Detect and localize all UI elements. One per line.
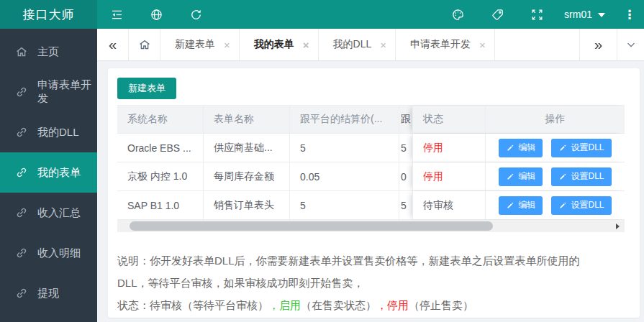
status-legend-pending: 状态：待审核（等待平台审核） <box>117 299 268 311</box>
fixed-columns: 停用 编辑 设置DLL <box>412 134 625 162</box>
edit-button[interactable]: 编辑 <box>499 196 543 215</box>
cell-system-name: SAP B1 1.0 <box>117 191 204 219</box>
cell-form-name: 销售订单表头 <box>204 191 290 219</box>
user-menu[interactable]: srm01 <box>557 0 615 29</box>
tab-label: 新建表单 <box>175 38 215 51</box>
username: srm01 <box>564 9 592 20</box>
cell-price: 5 <box>290 134 399 162</box>
tabbar-spacer <box>495 29 579 60</box>
link-icon <box>15 247 28 259</box>
sidebar-item-withdraw[interactable]: 提现 <box>0 273 97 313</box>
palette-icon[interactable] <box>438 0 478 29</box>
globe-icon[interactable] <box>137 0 176 29</box>
description-text: 说明：你开发好表单DLL后，你需要新建表单并设置售卖价格等，新建表单之后设置表单… <box>117 249 625 316</box>
cell-clipped: 5 <box>399 191 412 219</box>
sidebar-item-income-summary[interactable]: 收入汇总 <box>0 193 97 233</box>
forms-table: 系统名称 表单名称 跟平台的结算价(... 跟 状态 操作 Oracle EBS… <box>117 105 625 232</box>
tab-my-dll[interactable]: 我的DLL × <box>319 29 396 60</box>
column-header-clipped: 跟 <box>399 106 412 133</box>
description-line-2: DLL，等待平台审核，如果审核成功即刻开始售卖， <box>117 272 625 294</box>
triangle-right-icon <box>616 224 620 229</box>
link-icon <box>15 287 28 300</box>
pencil-icon <box>506 201 514 210</box>
close-icon[interactable]: × <box>479 40 486 50</box>
status-badge: 待审核 <box>412 191 486 219</box>
set-dll-button[interactable]: 设置DLL <box>551 196 611 215</box>
set-dll-button[interactable]: 设置DLL <box>551 167 611 186</box>
sidebar-item-apply-form-dev[interactable]: 申请表单开发 <box>0 72 97 112</box>
caret-down-icon <box>598 13 605 17</box>
collapse-menu-icon[interactable] <box>97 0 137 29</box>
table-row: 京极 内控 1.0 每周库存金额 0.05 0 停用 编辑 <box>117 162 625 191</box>
column-header-system-name: 系统名称 <box>117 106 204 133</box>
home-tab-button[interactable] <box>129 29 160 60</box>
cell-price: 5 <box>290 191 399 219</box>
refresh-icon[interactable] <box>176 0 216 29</box>
table-row: Oracle EBS ... 供应商基础... 5 5 停用 编辑 <box>117 134 625 162</box>
pencil-icon <box>558 144 567 152</box>
app-header: 接口大师 srm01 ⋮ <box>0 0 644 29</box>
table-header-row: 系统名称 表单名称 跟平台的结算价(... 跟 状态 操作 <box>117 105 625 134</box>
status-badge: 停用 <box>412 134 486 162</box>
close-icon[interactable]: × <box>380 40 386 50</box>
link-icon <box>15 166 28 179</box>
edit-button[interactable]: 编辑 <box>499 167 543 186</box>
tab-bar: « 新建表单 × 我的表单 × 我的DLL × 申请表单开发 × » <box>97 29 644 61</box>
tab-apply-form-dev[interactable]: 申请表单开发 × <box>396 29 495 60</box>
edit-button[interactable]: 编辑 <box>499 139 543 157</box>
status-legend-enabled: ，启用 <box>268 299 301 311</box>
status-legend-disabled: ，停用 <box>376 299 409 311</box>
tab-label: 我的DLL <box>333 38 372 51</box>
tab-label: 我的表单 <box>254 38 294 51</box>
cell-clipped: 5 <box>399 134 412 162</box>
cell-system-name: 京极 内控 1.0 <box>117 162 204 190</box>
close-icon[interactable]: × <box>303 40 309 50</box>
tab-new-form[interactable]: 新建表单 × <box>160 29 240 60</box>
sidebar-item-label: 主页 <box>37 45 59 59</box>
new-form-button[interactable]: 新建表单 <box>117 78 176 99</box>
sidebar-item-income-detail[interactable]: 收入明细 <box>0 233 97 273</box>
sidebar-item-home[interactable]: 主页 <box>0 32 97 72</box>
scrollbar-thumb[interactable] <box>130 221 493 231</box>
chevron-down-icon <box>625 38 638 51</box>
tabs-scroll-right-button[interactable]: » <box>579 29 617 60</box>
column-header-settlement-price: 跟平台的结算价(... <box>290 106 399 133</box>
more-options-icon[interactable]: ⋮ <box>615 0 644 29</box>
description-line-3: 状态：待审核（等待平台审核），启用（在售卖状态），停用（停止售卖） <box>117 294 625 316</box>
home-icon <box>138 38 151 51</box>
pencil-icon <box>558 172 567 181</box>
sidebar-item-my-dll[interactable]: 我的DLL <box>0 112 97 152</box>
home-icon <box>15 45 28 58</box>
link-icon <box>15 86 28 98</box>
status-legend-disabled-note: （停止售卖） <box>409 299 473 311</box>
cell-clipped: 0 <box>399 162 412 190</box>
column-header-actions: 操作 <box>486 106 625 133</box>
link-icon <box>15 126 28 139</box>
cell-system-name: Oracle EBS ... <box>117 134 204 162</box>
close-icon[interactable]: × <box>224 40 230 50</box>
sidebar-item-label: 我的DLL <box>37 126 79 139</box>
scrollbar-right-arrow[interactable] <box>612 220 623 232</box>
cell-form-name: 供应商基础... <box>204 134 290 162</box>
cell-price: 0.05 <box>290 162 399 190</box>
column-header-status: 状态 <box>412 106 486 133</box>
fixed-columns: 状态 操作 <box>412 106 625 133</box>
sidebar-item-my-forms[interactable]: 我的表单 <box>0 152 97 193</box>
description-line-1: 说明：你开发好表单DLL后，你需要新建表单并设置售卖价格等，新建表单之后设置表单… <box>117 249 625 272</box>
fullscreen-icon[interactable] <box>517 0 557 29</box>
sidebar: 主页 申请表单开发 我的DLL 我的表单 收入汇总 收入明细 提现 <box>0 29 97 322</box>
row-actions: 编辑 设置DLL <box>486 191 625 219</box>
pencil-icon <box>558 201 567 210</box>
tag-icon[interactable] <box>478 0 517 29</box>
tab-label: 申请表单开发 <box>410 38 471 51</box>
tab-my-forms[interactable]: 我的表单 × <box>240 29 319 60</box>
set-dll-button[interactable]: 设置DLL <box>551 139 611 157</box>
sidebar-item-label: 提现 <box>37 287 59 300</box>
link-icon <box>15 206 28 219</box>
horizontal-scrollbar[interactable] <box>117 220 625 232</box>
row-actions: 编辑 设置DLL <box>486 162 625 190</box>
tabs-dropdown-button[interactable] <box>617 29 644 60</box>
sidebar-item-label: 收入汇总 <box>37 206 81 220</box>
tabs-scroll-left-button[interactable]: « <box>97 29 129 60</box>
row-actions: 编辑 设置DLL <box>486 134 625 162</box>
